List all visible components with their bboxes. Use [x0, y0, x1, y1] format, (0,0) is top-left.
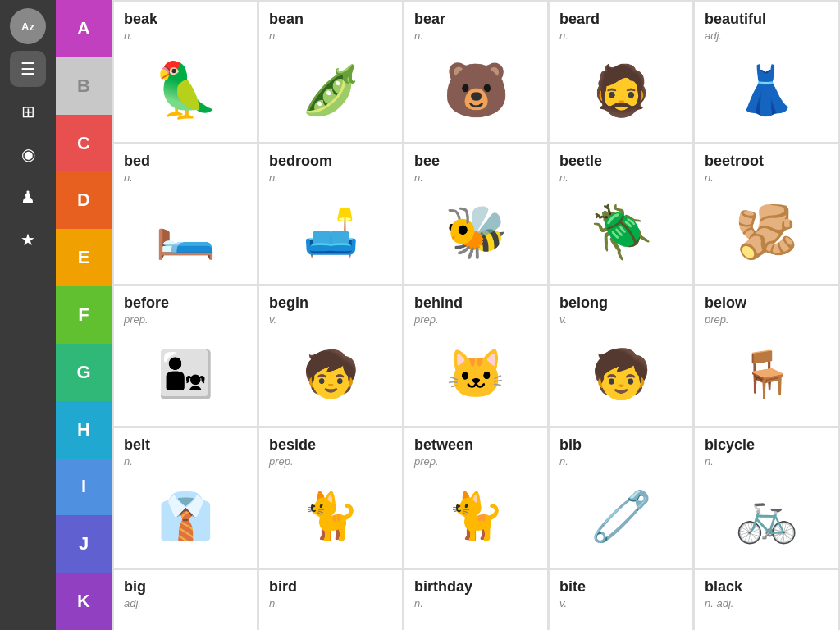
word-card-bear[interactable]: bearn.🐻 — [404, 2, 547, 142]
word-image-beside: 🐈 — [269, 471, 392, 561]
person-icon-button[interactable]: ◉ — [10, 136, 46, 172]
word-image-bean: 🫛 — [269, 45, 392, 135]
word-card-bird[interactable]: birdn.🐦 — [259, 570, 402, 630]
word-image-birthday: 🎂 — [414, 613, 537, 630]
alpha-item-e[interactable]: E — [56, 229, 112, 286]
word-card-big[interactable]: bigadj.🐘 — [114, 570, 257, 630]
word-image-bedroom: 🛋️ — [269, 187, 392, 277]
word-card-bedroom[interactable]: bedroomn.🛋️ — [259, 144, 402, 284]
word-card-behind[interactable]: behindprep.🐱 — [404, 286, 547, 426]
word-card-bean[interactable]: beann.🫛 — [259, 2, 402, 142]
word-card-beak[interactable]: beakn.🦜 — [114, 2, 257, 142]
word-pos: prep. — [414, 455, 537, 468]
alphabet-sidebar: ABCDEFGHIJK — [56, 0, 112, 630]
alpha-item-g[interactable]: G — [56, 344, 112, 401]
word-title: begin — [269, 294, 392, 312]
word-title: bib — [559, 436, 682, 454]
word-image-behind: 🐱 — [414, 329, 537, 419]
word-image-belt: 👔 — [124, 471, 247, 561]
word-title: beetroot — [705, 153, 828, 170]
word-pos: v. — [559, 313, 682, 326]
word-image-bicycle: 🚲 — [705, 471, 828, 561]
alpha-item-d[interactable]: D — [56, 171, 112, 229]
word-image-black: ⬛ — [705, 613, 828, 630]
alpha-item-k[interactable]: K — [56, 573, 112, 630]
word-pos: n. — [705, 171, 828, 184]
word-title: bed — [124, 153, 247, 170]
word-title: bedroom — [269, 153, 392, 170]
alpha-item-a[interactable]: A — [56, 0, 112, 57]
word-pos: v. — [269, 313, 392, 326]
word-card-before[interactable]: beforeprep.👨‍👧 — [114, 286, 257, 426]
word-title: bite — [559, 578, 682, 596]
word-card-bib[interactable]: bibn.🧷 — [550, 428, 692, 568]
word-card-beard[interactable]: beardn.🧔 — [550, 2, 692, 142]
word-image-bite: 😬 — [559, 613, 682, 630]
word-card-beetle[interactable]: beetlen.🪲 — [550, 144, 692, 284]
word-card-belong[interactable]: belongv.🧒 — [550, 286, 692, 426]
word-pos: prep. — [705, 313, 828, 326]
word-card-bed[interactable]: bedn.🛏️ — [114, 144, 257, 284]
menu-icon-button[interactable]: ☰ — [10, 51, 46, 87]
word-card-beautiful[interactable]: beautifuladj.👗 — [695, 2, 838, 142]
word-pos: n. adj. — [705, 597, 828, 609]
grid-icon-button[interactable]: ⊞ — [10, 94, 46, 130]
word-title: big — [124, 578, 247, 596]
az-icon-button[interactable]: Az — [10, 8, 46, 44]
word-card-belt[interactable]: beltn.👔 — [114, 428, 257, 568]
alpha-item-j[interactable]: J — [56, 515, 112, 573]
word-pos: adj. — [705, 30, 828, 42]
word-image-bird: 🐦 — [269, 613, 392, 630]
word-title: birthday — [414, 578, 537, 596]
alpha-item-c[interactable]: C — [56, 115, 112, 172]
word-title: beside — [269, 436, 392, 454]
main-content: beakn.🦜beann.🫛bearn.🐻beardn.🧔beautifulad… — [112, 0, 840, 630]
word-title: below — [705, 294, 828, 312]
alpha-item-i[interactable]: I — [56, 459, 112, 516]
word-title: beetle — [559, 153, 682, 170]
word-image-beard: 🧔 — [559, 45, 682, 135]
word-pos: prep. — [269, 455, 392, 468]
word-title: behind — [414, 294, 537, 312]
word-card-below[interactable]: belowprep.🪑 — [695, 286, 838, 426]
word-card-beetroot[interactable]: beetrootn.🫚 — [695, 144, 838, 284]
word-title: bean — [269, 11, 392, 28]
word-card-bee[interactable]: been.🐝 — [404, 144, 547, 284]
word-card-between[interactable]: betweenprep.🐈 — [404, 428, 547, 568]
word-image-bib: 🧷 — [559, 471, 682, 561]
word-card-birthday[interactable]: birthdayn.🎂 — [404, 570, 547, 630]
word-title: black — [705, 578, 828, 596]
word-pos: n. — [414, 597, 537, 609]
word-pos: n. — [269, 597, 392, 609]
word-card-begin[interactable]: beginv.🧒 — [259, 286, 402, 426]
word-pos: prep. — [124, 313, 247, 326]
word-image-bear: 🐻 — [414, 45, 537, 135]
word-title: bicycle — [705, 436, 828, 454]
word-image-beetroot: 🫚 — [705, 187, 828, 277]
alpha-item-f[interactable]: F — [56, 286, 112, 344]
word-image-belong: 🧒 — [559, 329, 682, 419]
word-pos: n. — [269, 30, 392, 42]
alpha-item-h[interactable]: H — [56, 401, 112, 459]
word-title: belt — [124, 436, 247, 454]
word-title: bird — [269, 578, 392, 596]
word-grid: beakn.🦜beann.🫛bearn.🐻beardn.🧔beautifulad… — [114, 2, 838, 630]
word-pos: v. — [559, 597, 682, 609]
word-title: belong — [559, 294, 682, 312]
word-image-begin: 🧒 — [269, 329, 392, 419]
word-card-black[interactable]: blackn. adj.⬛ — [695, 570, 838, 630]
word-title: beautiful — [705, 11, 828, 28]
word-pos: n. — [124, 455, 247, 468]
word-card-bicycle[interactable]: bicyclen.🚲 — [695, 428, 838, 568]
icon-sidebar: Az ☰ ⊞ ◉ ♟ ★ — [0, 0, 56, 630]
word-card-bite[interactable]: bitev.😬 — [550, 570, 692, 630]
word-title: beard — [559, 11, 682, 28]
alpha-item-b[interactable]: B — [56, 57, 112, 115]
word-image-beetle: 🪲 — [559, 187, 682, 277]
word-image-below: 🪑 — [705, 329, 828, 419]
chess-icon-button[interactable]: ♟ — [10, 179, 46, 215]
star-icon-button[interactable]: ★ — [10, 221, 46, 258]
word-title: between — [414, 436, 537, 454]
word-card-beside[interactable]: besideprep.🐈 — [259, 428, 402, 568]
word-pos: n. — [559, 171, 682, 184]
